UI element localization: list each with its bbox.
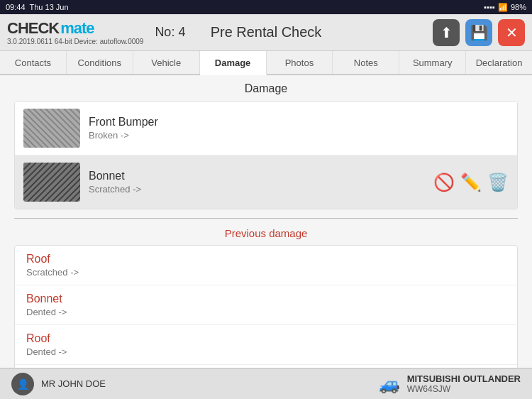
save-icon: 💾 — [470, 24, 488, 41]
prev-item-bonnet-dented[interactable]: Bonnet Dented -> — [15, 285, 517, 325]
damage-description: Broken -> — [89, 130, 509, 141]
previous-damage-title: Previous damage — [0, 227, 532, 239]
prev-item-desc: Scratched -> — [26, 267, 506, 278]
damage-description: Scratched -> — [89, 184, 433, 195]
current-damage-list: Front Bumper Broken -> Bonnet Scratched … — [14, 101, 518, 209]
close-icon: ✕ — [506, 24, 518, 41]
upload-button[interactable]: ⬆ — [433, 19, 460, 46]
logo-sub: 3.0.2019.0611 64-bit Device: autoflow.00… — [7, 38, 143, 45]
edit-icon[interactable]: ✏️ — [460, 173, 482, 192]
content-area: Damage Front Bumper Broken -> Bonnet Scr… — [0, 75, 532, 368]
damage-thumbnail — [23, 163, 80, 202]
vehicle-info: MITSUBISHI OUTLANDER WW64SJW — [407, 373, 521, 394]
damage-info: Bonnet Scratched -> — [89, 170, 433, 195]
logo-area: CHECK mate 3.0.2019.0611 64-bit Device: … — [7, 19, 143, 45]
nav-tabs: Contacts Conditions Vehicle Damage Photo… — [0, 51, 532, 75]
battery-indicator: 98% — [511, 3, 526, 11]
header-actions: ⬆ 💾 ✕ — [433, 19, 525, 46]
vehicle-name: MITSUBISHI OUTLANDER — [407, 373, 521, 384]
separator — [14, 218, 518, 219]
footer-vehicle: 🚙 MITSUBISHI OUTLANDER WW64SJW — [379, 373, 521, 394]
rental-number: No: 4 — [155, 25, 185, 40]
logo-check: CHECK — [7, 19, 59, 38]
tab-conditions[interactable]: Conditions — [67, 51, 133, 74]
prev-item-roof-dented[interactable]: Roof Dented -> — [15, 325, 517, 365]
tab-vehicle[interactable]: Vehicle — [133, 51, 200, 74]
footer-user: 👤 MR JOHN DOE — [11, 373, 106, 395]
person-icon: 👤 — [17, 378, 29, 390]
damage-actions: 🚫 ✏️ 🗑️ — [433, 173, 509, 192]
damage-info: Front Bumper Broken -> — [89, 116, 509, 141]
footer: 👤 MR JOHN DOE 🚙 MITSUBISHI OUTLANDER WW6… — [0, 368, 532, 399]
damage-item-bonnet[interactable]: Bonnet Scratched -> 🚫 ✏️ 🗑️ — [15, 155, 517, 209]
status-day: Thu 13 Jun — [30, 3, 69, 11]
prev-item-name: Bonnet — [26, 293, 506, 305]
tab-notes[interactable]: Notes — [333, 51, 399, 74]
header: CHECK mate 3.0.2019.0611 64-bit Device: … — [0, 14, 532, 51]
upload-icon: ⬆ — [440, 24, 453, 41]
prev-item-roof-scratched[interactable]: Roof Scratched -> — [15, 246, 517, 285]
prev-item-desc: Dented -> — [26, 307, 506, 317]
damage-thumbnail — [23, 109, 80, 148]
damage-name: Front Bumper — [89, 116, 509, 129]
user-name: MR JOHN DOE — [41, 378, 106, 389]
prev-item-name: Roof — [26, 332, 506, 345]
signal-icon: ▪▪▪▪ — [484, 3, 495, 11]
logo-mate: mate — [60, 19, 94, 38]
car-icon: 🚙 — [379, 374, 400, 394]
page-title: Pre Rental Check — [211, 24, 322, 40]
close-button[interactable]: ✕ — [498, 19, 525, 46]
trash-icon[interactable]: 🗑️ — [487, 173, 509, 192]
section-title: Damage — [0, 75, 532, 101]
tab-contacts[interactable]: Contacts — [0, 51, 67, 74]
status-bar: 09:44 Thu 13 Jun ▪▪▪▪ 📶 98% — [0, 0, 532, 14]
tab-photos[interactable]: Photos — [267, 51, 333, 74]
user-avatar: 👤 — [11, 373, 34, 395]
tab-damage[interactable]: Damage — [200, 51, 267, 75]
save-button[interactable]: 💾 — [465, 19, 492, 46]
damage-item-front-bumper[interactable]: Front Bumper Broken -> — [15, 102, 517, 155]
block-icon[interactable]: 🚫 — [433, 173, 455, 192]
vehicle-plate: WW64SJW — [407, 384, 521, 394]
tab-summary[interactable]: Summary — [399, 51, 466, 74]
wifi-icon: 📶 — [498, 3, 508, 12]
status-time: 09:44 — [6, 3, 26, 11]
prev-item-name: Roof — [26, 253, 506, 266]
tab-declaration[interactable]: Declaration — [466, 51, 532, 74]
prev-item-desc: Dented -> — [26, 346, 506, 357]
previous-damage-list: Roof Scratched -> Bonnet Dented -> Roof … — [14, 245, 518, 368]
logo: CHECK mate — [7, 19, 143, 38]
damage-name: Bonnet — [89, 170, 433, 182]
